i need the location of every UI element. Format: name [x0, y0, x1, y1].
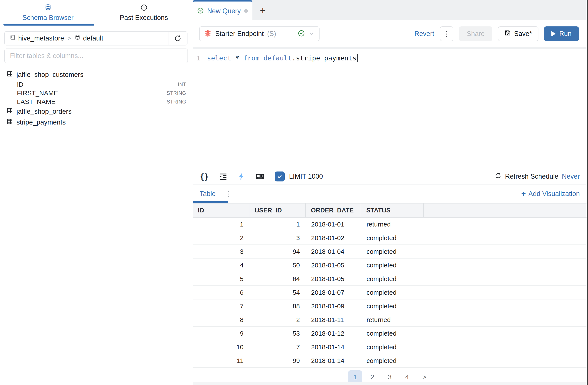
column-header-filler — [423, 203, 587, 217]
breadcrumb-schema[interactable]: default — [74, 34, 103, 42]
endpoint-select[interactable]: Starter Endpoint (S) — [199, 26, 319, 41]
sql-keyword: select — [207, 54, 231, 62]
chevron-down-icon — [308, 30, 315, 38]
table-row: 112018-01-01returned — [193, 217, 587, 231]
limit-checkbox[interactable] — [275, 171, 285, 181]
cell-id: 9 — [193, 326, 249, 340]
cell-order_date: 2018-01-05 — [305, 258, 361, 272]
cell-order_date: 2018-01-02 — [305, 231, 361, 245]
plus-icon: + — [521, 189, 526, 198]
results-table: IDUSER_IDORDER_DATESTATUS 112018-01-01re… — [193, 203, 587, 368]
breadcrumb-catalog[interactable]: hive_metastore — [10, 34, 64, 42]
schema-column-item[interactable]: IDINT — [6, 80, 186, 89]
tab-past-executions[interactable]: Past Executions — [96, 0, 192, 25]
schema-table-item[interactable]: stripe_payments — [6, 117, 186, 128]
horizontal-scrollbar-track[interactable] — [193, 382, 587, 385]
table-grid-icon — [6, 107, 13, 116]
table-grid-icon — [6, 71, 13, 79]
add-visualization-button[interactable]: + Add Visualization — [521, 189, 580, 198]
column-header-order_date[interactable]: ORDER_DATE — [305, 203, 361, 217]
table-row: 7882018-01-09completed — [193, 299, 587, 313]
cell-filler — [423, 340, 587, 354]
sql-text: .stripe_payments — [292, 54, 357, 62]
cell-id: 8 — [193, 313, 249, 326]
table-name: stripe_payments — [17, 118, 66, 126]
database-icon — [44, 4, 52, 11]
schema-column-item[interactable]: FIRST_NAMESTRING — [6, 89, 186, 97]
refresh-schema-button[interactable] — [168, 32, 187, 45]
cell-status: completed — [361, 231, 423, 245]
code-line-1: 1 select * from default.stripe_payments — [193, 52, 587, 64]
cell-order_date: 2018-01-01 — [305, 217, 361, 231]
refresh-schedule-label: Refresh Schedule — [505, 172, 558, 180]
query-toolbar: Starter Endpoint (S) Revert ⋮ Share — [193, 20, 587, 47]
cell-status: returned — [361, 313, 423, 326]
tab-past-executions-label: Past Executions — [120, 14, 168, 22]
column-header-id[interactable]: ID — [193, 203, 249, 217]
clock-icon — [140, 4, 148, 11]
tab-table-view[interactable]: Table — [200, 190, 216, 198]
run-button[interactable]: Run — [544, 26, 579, 41]
cell-status: completed — [361, 326, 423, 340]
sql-code: select * from default.stripe_payments — [207, 54, 357, 62]
cell-id: 5 — [193, 272, 249, 286]
cell-status: completed — [361, 258, 423, 272]
sql-editor[interactable]: 1 select * from default.stripe_payments — [193, 49, 587, 169]
query-tab-new-query[interactable]: New Query — [193, 0, 252, 20]
tab-schema-browser-label: Schema Browser — [22, 14, 73, 22]
cell-status: completed — [361, 299, 423, 313]
format-braces-icon[interactable]: {} — [200, 172, 209, 181]
sql-keyword: default — [263, 54, 292, 62]
lightning-icon[interactable] — [237, 172, 245, 180]
schema-table-item[interactable]: jaffle_shop_orders — [6, 106, 186, 117]
schema-table-item[interactable]: jaffle_shop_customers — [6, 69, 186, 80]
cell-user_id: 88 — [249, 299, 305, 313]
table-view-menu-button[interactable]: ⋮ — [225, 190, 232, 198]
cell-id: 1 — [193, 217, 249, 231]
sidebar-tabbar: Schema Browser Past Executions — [0, 0, 192, 25]
query-panel: New Query + Starter Endpoint (S) — [193, 0, 587, 385]
tab-schema-browser[interactable]: Schema Browser — [0, 0, 96, 25]
new-query-tab-button[interactable]: + — [252, 0, 273, 20]
cell-filler — [423, 354, 587, 367]
save-button[interactable]: Save* — [498, 26, 538, 41]
share-button[interactable]: Share — [459, 26, 493, 41]
cell-id: 11 — [193, 354, 249, 367]
cell-order_date: 2018-01-04 — [305, 245, 361, 258]
cell-user_id: 94 — [249, 245, 305, 258]
cell-status: completed — [361, 340, 423, 354]
table-name: jaffle_shop_orders — [17, 108, 72, 115]
cell-order_date: 2018-01-14 — [305, 354, 361, 367]
run-button-label: Run — [559, 30, 571, 38]
query-tabbar: New Query + — [193, 0, 587, 20]
column-header-user_id[interactable]: USER_ID — [249, 203, 305, 217]
add-visualization-label: Add Visualization — [528, 190, 580, 198]
cell-user_id: 7 — [249, 340, 305, 354]
auto-indent-icon[interactable] — [219, 172, 228, 181]
filter-tables-input[interactable] — [4, 48, 188, 63]
breadcrumb: hive_metastore > default — [4, 31, 188, 45]
line-number: 1 — [193, 54, 207, 62]
cell-filler — [423, 231, 587, 245]
sql-keyword: from — [243, 54, 260, 62]
results-tabbar: Table ⋮ + Add Visualization — [193, 185, 587, 203]
cell-id: 4 — [193, 258, 249, 272]
refresh-schedule-value[interactable]: Never — [562, 172, 580, 180]
schema-column-item[interactable]: LAST_NAMESTRING — [6, 97, 186, 106]
cell-filler — [423, 326, 587, 340]
cell-id: 6 — [193, 286, 249, 299]
keyboard-shortcuts-icon[interactable] — [255, 172, 265, 181]
column-header-status[interactable]: STATUS — [361, 203, 423, 217]
table-row: 822018-01-11returned — [193, 313, 587, 326]
breadcrumb-catalog-label: hive_metastore — [18, 34, 64, 42]
cell-status: completed — [361, 245, 423, 258]
cell-filler — [423, 286, 587, 299]
column-type: INT — [178, 82, 186, 87]
cell-status: completed — [361, 286, 423, 299]
cell-id: 10 — [193, 340, 249, 354]
revert-button[interactable]: Revert — [414, 30, 434, 38]
column-name: LAST_NAME — [17, 98, 55, 106]
more-options-button[interactable]: ⋮ — [440, 26, 453, 41]
table-grid-icon — [6, 118, 13, 127]
table-row: 9532018-01-12completed — [193, 326, 587, 340]
